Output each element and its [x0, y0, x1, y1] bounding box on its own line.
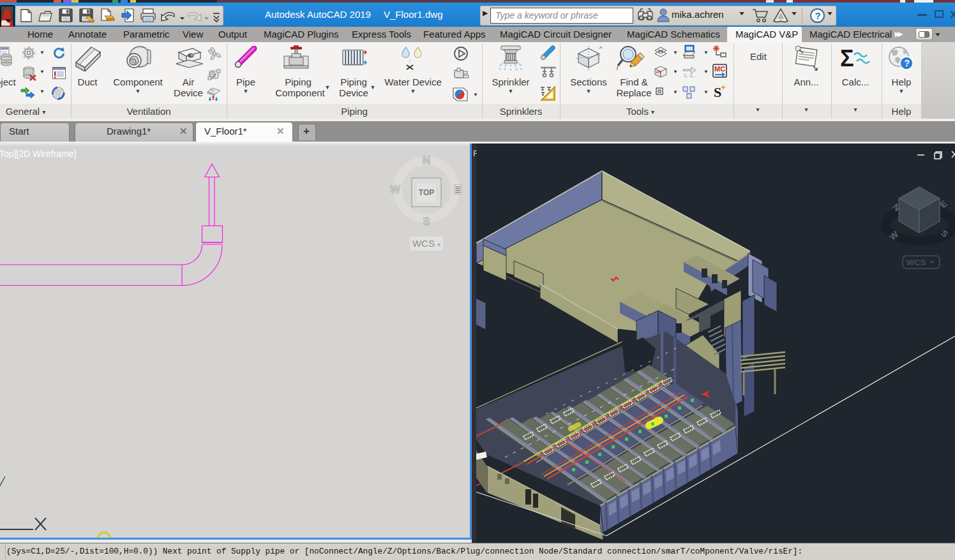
svg-text:WCS: WCS [906, 258, 926, 267]
svg-text:W: W [390, 184, 401, 196]
svg-text:Σ: Σ [840, 46, 854, 71]
svg-text:TOP: TOP [419, 188, 434, 197]
svg-text:1, 2,...: 1, 2,... [684, 73, 697, 78]
svg-text:2: 2 [213, 73, 216, 78]
svg-text:S: S [423, 216, 430, 228]
svg-text:?: ? [815, 10, 821, 21]
svg-text:S: S [714, 84, 721, 99]
svg-text:N: N [423, 154, 430, 166]
svg-text:?: ? [905, 58, 910, 68]
svg-text:MC: MC [714, 65, 725, 73]
